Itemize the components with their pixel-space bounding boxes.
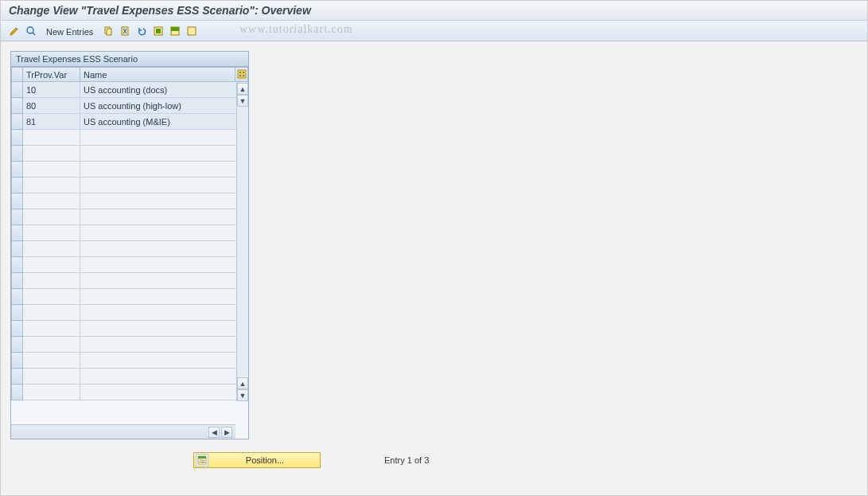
cell-name[interactable] (80, 225, 248, 241)
cell-name[interactable] (80, 353, 248, 369)
position-button-label: Position... (212, 455, 318, 465)
cell-trprov[interactable] (23, 369, 80, 385)
cell-name[interactable] (80, 305, 248, 321)
cell-name[interactable] (80, 130, 248, 146)
row-selector[interactable] (12, 98, 23, 114)
row-selector[interactable] (12, 257, 23, 273)
deselect-all-icon[interactable] (168, 24, 182, 38)
row-selector[interactable] (12, 321, 23, 337)
scroll-up-icon[interactable]: ▲ (237, 83, 248, 95)
row-selector[interactable] (12, 114, 23, 130)
cell-trprov[interactable]: 80 (23, 98, 80, 114)
cell-trprov[interactable] (23, 130, 80, 146)
row-selector[interactable] (12, 162, 23, 178)
position-button[interactable]: Position... (193, 452, 321, 468)
cell-name[interactable] (80, 257, 248, 273)
cell-trprov[interactable] (23, 193, 80, 209)
row-selector[interactable] (12, 353, 23, 369)
cell-name[interactable] (80, 273, 248, 289)
row-selector[interactable] (12, 193, 23, 209)
scroll-down-step-icon[interactable]: ▼ (237, 95, 248, 107)
select-all-icon[interactable] (151, 24, 165, 38)
table-settings-icon[interactable] (235, 68, 248, 82)
col-trprov[interactable]: TrProv.Var (23, 68, 80, 82)
cell-name[interactable] (80, 193, 248, 209)
cell-trprov[interactable] (23, 162, 80, 178)
cell-trprov[interactable] (23, 321, 80, 337)
table-row: 80US accounting (high-low) (12, 98, 248, 114)
cell-name[interactable] (80, 209, 248, 225)
row-selector[interactable] (12, 82, 23, 98)
cell-trprov[interactable] (23, 241, 80, 257)
cell-trprov[interactable] (23, 305, 80, 321)
scroll-down-icon[interactable]: ▼ (237, 389, 248, 401)
svg-rect-18 (198, 456, 206, 459)
new-entries-button[interactable]: New Entries (41, 24, 99, 38)
copy-icon[interactable] (101, 24, 115, 38)
cell-name[interactable] (80, 385, 248, 400)
cell-trprov[interactable] (23, 289, 80, 305)
table-row (12, 178, 248, 193)
row-selector[interactable] (12, 369, 23, 385)
row-selector[interactable] (12, 385, 23, 400)
deselect-icon[interactable] (185, 24, 199, 38)
table-row (12, 130, 248, 146)
cell-trprov[interactable] (23, 225, 80, 241)
table-row: 81US accounting (M&IE) (12, 114, 248, 130)
grid-body: 10US accounting (docs)80US accounting (h… (12, 82, 248, 400)
cell-name[interactable] (80, 178, 248, 193)
vertical-scrollbar[interactable]: ▲ ▼ ▲ ▼ (236, 83, 248, 401)
cell-trprov[interactable] (23, 385, 80, 400)
select-icon[interactable] (24, 24, 38, 38)
svg-rect-14 (243, 72, 244, 73)
horizontal-scrollbar[interactable]: ◀ ▶ (11, 424, 235, 439)
row-selector[interactable] (12, 146, 23, 162)
cell-name[interactable] (80, 241, 248, 257)
scroll-left-icon[interactable]: ◀ (208, 427, 220, 438)
col-name[interactable]: Name (80, 68, 235, 82)
cell-trprov[interactable]: 10 (23, 82, 80, 98)
svg-rect-19 (200, 460, 205, 461)
cell-name[interactable] (80, 369, 248, 385)
scroll-right-icon[interactable]: ▶ (221, 427, 232, 438)
undo-icon[interactable] (134, 24, 149, 38)
row-selector[interactable] (12, 289, 23, 305)
cell-name[interactable] (80, 162, 248, 178)
cell-trprov[interactable] (23, 353, 80, 369)
data-table: TrProv.Var Name 10US accounting (docs)80… (11, 67, 248, 400)
entry-count-label: Entry 1 of 3 (384, 455, 429, 465)
svg-rect-11 (188, 27, 196, 35)
cell-name[interactable] (80, 146, 248, 162)
row-selector[interactable] (12, 225, 23, 241)
cell-trprov[interactable]: 81 (23, 114, 80, 130)
cell-name[interactable] (80, 337, 248, 353)
row-selector[interactable] (12, 130, 23, 146)
cell-name[interactable] (80, 321, 248, 337)
cell-name[interactable]: US accounting (high-low) (80, 98, 248, 114)
delete-icon[interactable] (118, 24, 132, 38)
panel-title: Travel Expenses ESS Scenario (11, 52, 248, 67)
change-icon[interactable] (7, 24, 21, 38)
svg-line-1 (33, 33, 35, 35)
scroll-up-step-icon[interactable]: ▲ (237, 377, 248, 389)
cell-trprov[interactable] (23, 178, 80, 193)
row-selector[interactable] (12, 241, 23, 257)
cell-trprov[interactable] (23, 337, 80, 353)
cell-trprov[interactable] (23, 273, 80, 289)
toolbar: New Entries www.tutorialkart.com (1, 21, 867, 41)
svg-rect-16 (243, 75, 244, 76)
row-selector[interactable] (12, 337, 23, 353)
cell-trprov[interactable] (23, 146, 80, 162)
row-selector[interactable] (12, 305, 23, 321)
row-selector[interactable] (12, 178, 23, 193)
row-selector[interactable] (12, 273, 23, 289)
cell-name[interactable] (80, 289, 248, 305)
position-icon (196, 454, 208, 467)
svg-rect-8 (156, 29, 161, 33)
row-selector[interactable] (12, 209, 23, 225)
cell-name[interactable]: US accounting (M&IE) (80, 114, 248, 130)
cell-trprov[interactable] (23, 209, 80, 225)
cell-trprov[interactable] (23, 257, 80, 273)
cell-name[interactable]: US accounting (docs) (80, 82, 248, 98)
table-row (12, 225, 248, 241)
